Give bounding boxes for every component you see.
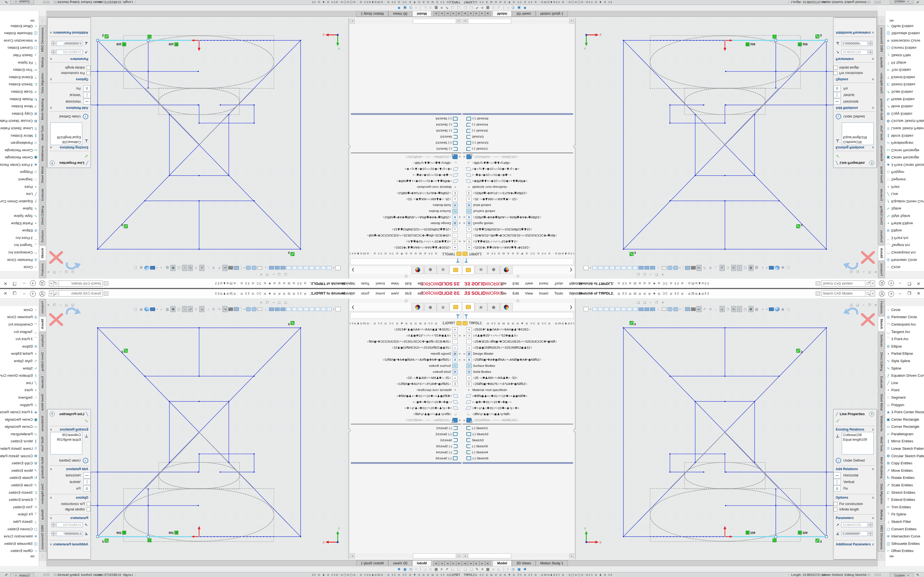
doc-window-button[interactable]: ❐	[655, 301, 658, 305]
motion-toolbar-icon[interactable]: ❏	[470, 6, 473, 10]
more-tools-chevron[interactable]: ⋙	[30, 19, 35, 23]
motion-toolbar-icon[interactable]: ▣	[517, 6, 520, 10]
tab-featuremanager-tree[interactable]	[449, 266, 462, 274]
side-tab[interactable]: Weldments	[39, 414, 46, 434]
tree-row[interactable]: ○25٠∩✱♟AM○ᵓ○MA♟✱∩٠52○	[462, 196, 574, 202]
tab-displaymanager[interactable]	[500, 266, 513, 274]
tool-item[interactable]: ƒ Equation Driven Curve	[885, 198, 924, 205]
expand-arrow-icon[interactable]: ▶	[457, 334, 462, 337]
length-stepper[interactable]: ▲▼	[52, 50, 55, 55]
side-tab[interactable]: Evaluate	[39, 374, 46, 391]
toolbar-icon[interactable]: ◉	[139, 265, 144, 271]
tree-row[interactable]: ○25✥3Ɛ25○ͶN◉ᵓ✥ƆC3ƐU3Ɛ25○ᵓ○52Ɛ3UƐ3ƆC✥ᵓ◉NͶ…	[350, 232, 462, 239]
tree-row[interactable]: ○ͶNᵓǫᵓ♟◉○ᵓ○◉♟ᵓǫᵓNͶ○	[462, 411, 574, 417]
toolbar-icon[interactable]: ▢	[786, 306, 791, 312]
tool-item[interactable]: ⊤ Extend Entities	[885, 74, 924, 81]
toolbar-icon[interactable]	[621, 266, 626, 270]
doc-window-button[interactable]: ❏	[65, 303, 68, 307]
toolbar-icon[interactable]	[309, 266, 315, 270]
tab-nav-button[interactable]: ▶	[473, 11, 479, 16]
tree-row[interactable]: (-) Sketch5	[350, 128, 462, 134]
tool-item[interactable]: ▣ Center Rectangle	[885, 154, 924, 161]
tool-item[interactable]: ∥ Mirror Entities	[885, 438, 924, 445]
tree-row[interactable]: ○25✥3Ɛ25○ͶN◉ᵓ✥ƆC3ƐU3Ɛ25○ᵓ○52Ɛ3UƐ3ƆC✥ᵓ◉NͶ…	[350, 338, 462, 345]
tool-item[interactable]: ╰ Fit Spline	[0, 511, 39, 518]
side-tab[interactable]: Mold Tools	[39, 123, 46, 143]
doc-window-button[interactable]: ❏	[284, 272, 287, 276]
pencil-icon[interactable]: ✎	[5, 573, 8, 577]
toolbar-icon[interactable]	[592, 266, 597, 270]
ok-button[interactable]: ✓	[84, 417, 88, 424]
doc-window-button[interactable]: ❐	[53, 270, 56, 274]
tab-nav-button[interactable]: ▶	[439, 561, 445, 566]
relation-item[interactable]: Equal length109	[52, 437, 81, 442]
motion-toolbar-icon[interactable]: ✱	[523, 567, 527, 571]
tool-item[interactable]: ∿ Spline	[885, 364, 924, 372]
tool-item[interactable]: ▪ Point	[0, 183, 39, 191]
tool-item[interactable]: ╱ Line	[0, 379, 39, 387]
tree-row[interactable]: (-) Sketch1	[350, 146, 462, 152]
document-tab[interactable]: Model	[493, 560, 512, 566]
user-account-icon[interactable]	[39, 291, 45, 297]
tool-item[interactable]: ⌐ Offset Entities	[885, 547, 924, 555]
relation-button[interactable]: │	[834, 92, 841, 98]
motion-toolbar-icon[interactable]: ◷	[512, 567, 515, 571]
scroll-right-icon[interactable]: ▸	[569, 553, 574, 558]
toolbar-icon[interactable]: ◫	[176, 306, 181, 312]
toolbar-icon[interactable]: ✲	[708, 306, 713, 312]
checkbox[interactable]	[834, 502, 837, 506]
relation-item[interactable]: Collinear108	[52, 433, 81, 437]
panel-expand-chevron[interactable]: ❯	[570, 305, 573, 309]
tree-row[interactable]: ▶ ○25ͶN◉ᵓ✥A✥◉ͶNA○ᵓ○ANͶ◉✥A✥ᵓ◉NͶ52○	[350, 214, 462, 220]
motion-toolbar-icon[interactable]: ◔	[507, 6, 509, 10]
checkbox[interactable]	[834, 66, 837, 69]
tool-item[interactable]: ⇗ Scale Entities	[0, 88, 39, 96]
toolbar-icon[interactable]	[604, 266, 609, 270]
menu-item[interactable]: File	[417, 291, 423, 295]
toolbar-icon[interactable]: ∟	[205, 265, 210, 271]
tool-item[interactable]: ⊏ Stretch Entities	[885, 81, 924, 89]
expand-arrow-icon[interactable]: ▶	[457, 419, 462, 421]
doc-window-button[interactable]: ─	[60, 270, 61, 274]
tab-propertymanager[interactable]: ⊞	[437, 266, 449, 274]
tool-item[interactable]: ▪ Point	[885, 183, 924, 191]
side-tab[interactable]: Evaluate	[878, 374, 885, 391]
side-tab[interactable]: Surfaces	[39, 332, 46, 349]
tool-item[interactable]: ◇ Polygon	[0, 401, 39, 409]
tree-row[interactable]: ▶ ○Ʌ♟◉✥25°♀○ᵓ○♀°52✥◉♟Ʌ○	[462, 239, 574, 245]
tool-item[interactable]: ⌐ Offset Entities	[0, 547, 39, 555]
side-tab[interactable]: Features	[39, 261, 46, 278]
tree-row[interactable]: (-) Sketch4	[350, 122, 462, 128]
tree-row[interactable]: ○25♟◉25ͶN3Ɛ25○ᵓ○52Ɛ3NͶ52◉♟52○	[350, 226, 462, 232]
toolbar-icon[interactable]: ▾	[589, 265, 591, 271]
menu-item[interactable]: Tools	[554, 291, 563, 295]
toolbar-icon[interactable]	[145, 266, 150, 270]
toolbar-icon[interactable]: ◖	[200, 306, 205, 312]
tool-item[interactable]: ✂ Trim Entities	[0, 66, 39, 74]
tool-item[interactable]: ⊜ Ellipse	[0, 343, 39, 350]
tool-item[interactable]: ⌒ 3 Point Arc	[0, 335, 39, 343]
tool-item[interactable]: ↗ Move Entities	[885, 467, 924, 474]
doc-window-button[interactable]: ─	[60, 303, 61, 307]
angle-stepper[interactable]: ▲▼	[869, 531, 872, 536]
motion-toolbar-icon[interactable]: ◷	[409, 567, 412, 571]
tool-item[interactable]: ▭ Corner Rectangle	[885, 147, 924, 154]
relations-list[interactable]: Collinear108Equal length109	[842, 122, 874, 145]
help-icon[interactable]: ?	[888, 280, 894, 286]
additional-parameters-header[interactable]: Additional Parameters∨	[836, 31, 874, 35]
tool-item[interactable]: ⌒ 3 Point Arc	[885, 335, 924, 343]
tree-scrollbar[interactable]: ◂ ▸	[462, 19, 574, 24]
toolbar-icon[interactable]	[292, 266, 297, 270]
tool-item[interactable]: ◖ Partial Ellipse	[885, 350, 924, 358]
motion-toolbar-icon[interactable]: ∟	[423, 567, 427, 571]
tool-item[interactable]: ⇗ Scale Entities	[885, 481, 924, 489]
doc-window-button[interactable]: ✕	[661, 301, 664, 305]
close-button[interactable]: ✕	[3, 291, 7, 296]
doc-window-button[interactable]: ✕	[874, 270, 877, 274]
tab-nav-button[interactable]: ▶	[479, 11, 485, 16]
tree-scrollbar[interactable]: ◂ ▸	[350, 553, 462, 558]
search-dropdown-icon[interactable]: ▾	[871, 280, 875, 287]
tree-row[interactable]: ○ͶNᵓǫᵓ♟◉○ᵓ○◉♟ᵓǫᵓNͶ○	[350, 411, 462, 417]
parameters-header[interactable]: Parameters∧	[50, 57, 88, 61]
help-icon[interactable]: ?	[50, 412, 55, 417]
